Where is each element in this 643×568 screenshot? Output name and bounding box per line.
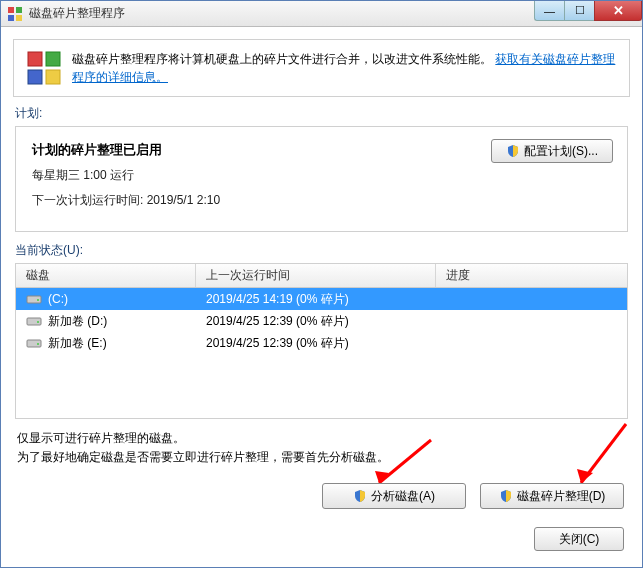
- svg-rect-5: [46, 52, 60, 66]
- last-run: 2019/4/25 12:39 (0% 碎片): [196, 313, 436, 330]
- note-line-2: 为了最好地确定磁盘是否需要立即进行碎片整理，需要首先分析磁盘。: [17, 448, 626, 467]
- window-close-button[interactable]: ✕: [594, 1, 642, 21]
- status-label: 当前状态(U):: [15, 242, 628, 259]
- svg-rect-4: [28, 52, 42, 66]
- minimize-button[interactable]: —: [534, 1, 564, 21]
- table-body: (C:)2019/4/25 14:19 (0% 碎片)新加卷 (D:)2019/…: [16, 288, 627, 418]
- maximize-button[interactable]: ☐: [564, 1, 594, 21]
- window-title: 磁盘碎片整理程序: [29, 5, 125, 22]
- col-header-disk[interactable]: 磁盘: [16, 264, 196, 287]
- window-root: 磁盘碎片整理程序 — ☐ ✕ 磁盘碎片整理程序将计算机硬盘上的碎片文件进行合并，…: [0, 0, 643, 568]
- analyze-disk-button[interactable]: 分析磁盘(A): [322, 483, 466, 509]
- drive-icon: [26, 337, 42, 349]
- schedule-line-1: 每星期三 1:00 运行: [32, 167, 611, 184]
- close-button-label: 关闭(C): [559, 531, 600, 548]
- col-header-progress[interactable]: 进度: [436, 264, 627, 287]
- defrag-icon: [26, 50, 62, 86]
- close-button[interactable]: 关闭(C): [534, 527, 624, 551]
- info-text: 磁盘碎片整理程序将计算机硬盘上的碎片文件进行合并，以改进文件系统性能。 获取有关…: [72, 50, 617, 86]
- info-description: 磁盘碎片整理程序将计算机硬盘上的碎片文件进行合并，以改进文件系统性能。: [72, 52, 492, 66]
- svg-rect-7: [46, 70, 60, 84]
- shield-icon: [506, 144, 520, 158]
- shield-icon: [499, 489, 513, 503]
- defragment-disk-button[interactable]: 磁盘碎片整理(D): [480, 483, 624, 509]
- schedule-line-2: 下一次计划运行时间: 2019/5/1 2:10: [32, 192, 611, 209]
- analyze-disk-label: 分析磁盘(A): [371, 488, 435, 505]
- defragment-disk-label: 磁盘碎片整理(D): [517, 488, 606, 505]
- close-button-row: 关闭(C): [534, 527, 624, 551]
- info-panel: 磁盘碎片整理程序将计算机硬盘上的碎片文件进行合并，以改进文件系统性能。 获取有关…: [13, 39, 630, 97]
- table-row[interactable]: 新加卷 (D:)2019/4/25 12:39 (0% 碎片): [16, 310, 627, 332]
- table-header: 磁盘 上一次运行时间 进度: [16, 264, 627, 288]
- svg-rect-3: [16, 15, 22, 21]
- svg-rect-6: [28, 70, 42, 84]
- shield-icon: [353, 489, 367, 503]
- window-controls: — ☐ ✕: [534, 1, 642, 21]
- disk-name: 新加卷 (D:): [48, 313, 107, 330]
- drive-icon: [26, 315, 42, 327]
- drive-icon: [26, 293, 42, 305]
- status-panel: 磁盘 上一次运行时间 进度 (C:)2019/4/25 14:19 (0% 碎片…: [15, 263, 628, 419]
- last-run: 2019/4/25 12:39 (0% 碎片): [196, 335, 436, 352]
- note-block: 仅显示可进行碎片整理的磁盘。 为了最好地确定磁盘是否需要立即进行碎片整理，需要首…: [17, 429, 626, 467]
- disk-name: 新加卷 (E:): [48, 335, 107, 352]
- table-row[interactable]: 新加卷 (E:)2019/4/25 12:39 (0% 碎片): [16, 332, 627, 354]
- configure-schedule-button[interactable]: 配置计划(S)...: [491, 139, 613, 163]
- disk-name: (C:): [48, 292, 68, 306]
- app-icon: [7, 6, 23, 22]
- schedule-panel: 计划的碎片整理已启用 每星期三 1:00 运行 下一次计划运行时间: 2019/…: [15, 126, 628, 232]
- svg-rect-11: [37, 321, 39, 323]
- svg-rect-9: [37, 299, 39, 301]
- note-line-1: 仅显示可进行碎片整理的磁盘。: [17, 429, 626, 448]
- svg-marker-15: [375, 471, 389, 483]
- svg-rect-0: [8, 7, 14, 13]
- svg-rect-2: [8, 15, 14, 21]
- titlebar: 磁盘碎片整理程序 — ☐ ✕: [1, 1, 642, 27]
- action-button-row: 分析磁盘(A) 磁盘碎片整理(D): [322, 483, 624, 509]
- last-run: 2019/4/25 14:19 (0% 碎片): [196, 291, 436, 308]
- configure-schedule-label: 配置计划(S)...: [524, 143, 598, 160]
- svg-rect-13: [37, 343, 39, 345]
- table-row[interactable]: (C:)2019/4/25 14:19 (0% 碎片): [16, 288, 627, 310]
- schedule-label: 计划:: [15, 105, 628, 122]
- svg-rect-1: [16, 7, 22, 13]
- svg-marker-17: [577, 469, 593, 483]
- col-header-last[interactable]: 上一次运行时间: [196, 264, 436, 287]
